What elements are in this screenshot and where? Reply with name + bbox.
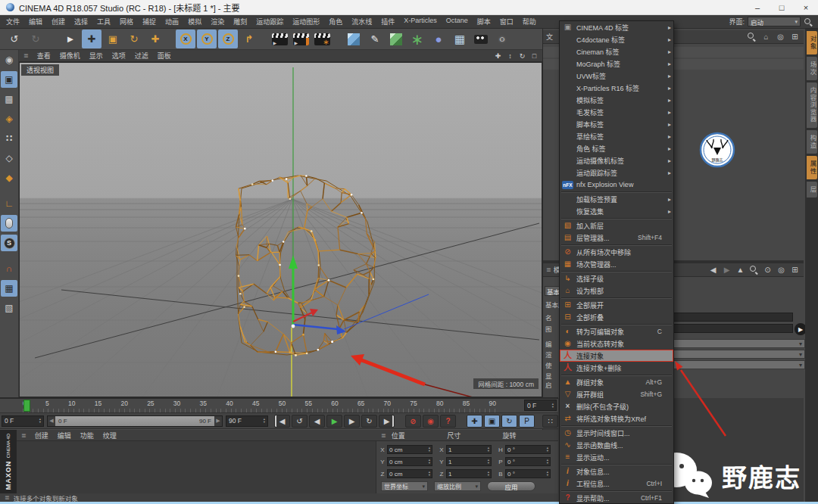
menubar-item[interactable]: 动画 xyxy=(165,17,179,26)
key-scale-button[interactable]: ▣ xyxy=(484,415,500,428)
context-menu-item[interactable]: 运动跟踪标签 ▸ xyxy=(560,166,673,179)
context-menu-item[interactable]: ⇄ 将所选对象转换为XRef ▸ xyxy=(560,412,673,425)
timeline-range-slider[interactable]: ◀ 0 F 90 F ▶ xyxy=(47,415,223,427)
viewport-canvas[interactable]: 透视视图 网格间距 : 1000 cm xyxy=(19,62,542,397)
lock-z-axis-icon[interactable]: Z xyxy=(218,30,238,48)
close-button[interactable]: × xyxy=(794,0,818,15)
search-icon[interactable] xyxy=(803,17,813,27)
menubar-item[interactable]: Octane xyxy=(446,17,468,26)
menubar-item[interactable]: 运动跟踪 xyxy=(256,17,283,26)
toggle-view-icon[interactable]: □ xyxy=(529,51,539,61)
spinner-icon[interactable]: ▴▾ xyxy=(426,446,430,453)
size-mode-dropdown[interactable]: 缩放比例 xyxy=(434,481,481,491)
panel-grip-icon[interactable]: ≣ xyxy=(23,52,28,59)
context-menu-item[interactable]: × 删除(不包含子级) ▸ xyxy=(560,400,673,412)
back-icon[interactable]: ◀ xyxy=(707,264,719,275)
dock-tab[interactable]: 对象 xyxy=(807,31,817,54)
object-axis-mode-icon[interactable]: ∟ xyxy=(1,195,17,212)
add-deformer-icon[interactable]: ∗ xyxy=(407,30,427,48)
range-bar[interactable]: 0 F 90 F xyxy=(55,416,214,426)
polygons-mode-icon[interactable]: ◆ xyxy=(1,170,17,186)
redo-icon[interactable]: ↻ xyxy=(26,30,45,48)
spline-pen-icon[interactable]: ✎ xyxy=(365,30,385,48)
goto-end-button[interactable]: ▶ xyxy=(379,415,395,428)
context-menu-item[interactable]: X-Particles R16 标签 ▸ xyxy=(560,82,673,94)
coordinate-system-icon[interactable]: ↱ xyxy=(239,30,259,48)
panel-grip-icon[interactable]: ≣ xyxy=(546,266,551,273)
context-menu-item[interactable]: ⊟ 全部折叠 ▸ xyxy=(560,311,673,323)
spinner-icon[interactable]: ▴▾ xyxy=(545,471,548,477)
context-menu-item[interactable]: i 对象信息... ▸ xyxy=(560,465,673,478)
viewport-menu-item[interactable]: 选项 xyxy=(112,51,126,61)
context-menu-item[interactable]: ▽ 展开群组 Shift+G ▸ xyxy=(560,388,673,400)
context-menu-item[interactable]: 角色 标签 ▸ xyxy=(560,142,673,154)
loop-button[interactable]: ↻ xyxy=(361,415,377,428)
add-floor-icon[interactable]: ▦ xyxy=(450,30,470,48)
spinner-icon[interactable]: ▴▾ xyxy=(485,471,489,477)
next-frame-button[interactable]: ▶ xyxy=(344,415,360,428)
texture-mode-icon[interactable]: ▩ xyxy=(1,91,17,107)
menubar-item[interactable]: 创建 xyxy=(52,17,65,26)
spinner-icon[interactable]: ▴▾ xyxy=(550,403,554,409)
dock-tab[interactable]: 内容浏览器 xyxy=(807,82,817,128)
rotate-icon[interactable]: ↻ xyxy=(124,30,144,48)
spinner-icon[interactable]: ▴▾ xyxy=(426,459,430,465)
viewport-menu-item[interactable]: 面板 xyxy=(158,51,171,61)
render-settings-icon[interactable] xyxy=(312,30,332,48)
context-menu-item[interactable]: 人 连接对象+删除 ▸ xyxy=(560,362,673,374)
lock-x-axis-icon[interactable]: X xyxy=(176,30,195,48)
menubar-item[interactable]: X-Particles xyxy=(404,17,437,26)
context-menu-item[interactable]: ▦ 场次管理器... ▸ xyxy=(560,258,673,270)
dock-tab[interactable]: 层 xyxy=(807,182,817,198)
menubar-item[interactable]: 网格 xyxy=(120,17,133,26)
context-menu-item[interactable]: nFX nfx Explosion View ▸ xyxy=(560,179,673,191)
forward-icon[interactable]: ▶ xyxy=(721,264,732,275)
simulation-icon[interactable]: S xyxy=(1,235,17,251)
interface-dropdown[interactable]: 启动 ▾ xyxy=(748,17,801,26)
workplane-lock-icon[interactable]: ▦ xyxy=(1,280,17,297)
filter-icon[interactable]: ◎ xyxy=(775,31,786,42)
end-frame-field[interactable]: 90 F ▴▾ xyxy=(226,415,268,427)
menubar-item[interactable]: 角色 xyxy=(329,17,342,26)
spinner-icon[interactable]: ▴▾ xyxy=(261,418,265,424)
model-mode-icon[interactable]: ▣ xyxy=(1,71,17,88)
add-panel-icon[interactable]: ⊞ xyxy=(789,31,801,42)
dock-tab[interactable]: 构造 xyxy=(807,130,817,154)
pan-view-icon[interactable]: ✚ xyxy=(493,51,503,61)
context-menu-item[interactable]: ⌂ 设为根部 ▸ xyxy=(560,285,673,297)
add-panel-icon[interactable]: ⊞ xyxy=(789,264,801,275)
previous-frame-button[interactable]: ◀ xyxy=(309,415,325,428)
trace-icon[interactable]: ◎ xyxy=(776,264,787,275)
material-menu-item[interactable]: 创建 xyxy=(35,431,48,440)
viewport-menu-item[interactable]: 查看 xyxy=(37,51,51,61)
rotate-view-icon[interactable]: ↻ xyxy=(517,51,527,61)
panel-grip-icon[interactable]: ≣ xyxy=(21,432,26,439)
autokey-button[interactable]: ◉ xyxy=(423,415,439,428)
play-forwards-button[interactable]: ▶ xyxy=(326,415,342,428)
menubar-item[interactable]: 运动图形 xyxy=(292,17,320,26)
context-menu-item[interactable]: Cineman 标签 ▸ xyxy=(560,45,673,58)
menubar-item[interactable]: 窗口 xyxy=(500,17,514,26)
menubar-item[interactable]: 选择 xyxy=(74,17,88,26)
zoom-view-icon[interactable]: ↕ xyxy=(505,51,515,61)
menubar-item[interactable]: 编辑 xyxy=(29,17,42,26)
viewport-menu-item[interactable]: 显示 xyxy=(89,51,103,61)
play-backwards-button[interactable]: ↺ xyxy=(292,415,308,428)
coordinate-system-dropdown[interactable]: 世界坐标 xyxy=(381,481,428,491)
object-manager-menu-fragment[interactable]: 文 xyxy=(546,32,553,42)
spinner-icon[interactable]: ▴▾ xyxy=(37,418,41,424)
dock-tab[interactable]: 属性 xyxy=(807,156,817,179)
context-menu-item[interactable]: i 工程信息... Ctrl+I ▸ xyxy=(560,478,673,490)
key-rotation-button[interactable]: ↻ xyxy=(501,415,517,428)
context-menu-item[interactable]: ↳ 选择子级 ▸ xyxy=(560,272,673,285)
home-icon[interactable]: ⌂ xyxy=(760,31,772,42)
context-menu-item[interactable]: ▲ 群组对象 Alt+G ▸ xyxy=(560,376,673,388)
context-menu-item[interactable]: ⊞ 全部展开 ▸ xyxy=(560,299,673,311)
material-menu-item[interactable]: 编辑 xyxy=(58,431,71,440)
context-menu-item[interactable]: ◷ 显示时间线窗口... ▸ xyxy=(560,427,673,439)
timeline-ruler[interactable]: 051015202530354045505560657075808590 0 F… xyxy=(0,399,558,413)
make-editable-icon[interactable]: ◉ xyxy=(1,51,17,68)
up-icon[interactable]: ▲ xyxy=(735,264,746,275)
viewport-label[interactable]: 透视视图 xyxy=(21,64,59,76)
panel-grip-icon[interactable]: ≣ xyxy=(381,432,386,439)
